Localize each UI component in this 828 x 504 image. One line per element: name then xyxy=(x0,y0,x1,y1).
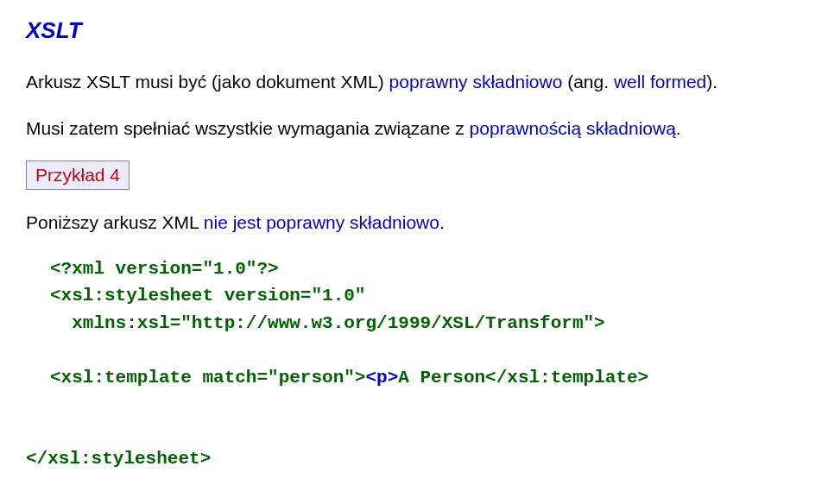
text: (ang. xyxy=(567,72,614,91)
text-highlight: poprawnością składniową xyxy=(470,118,676,138)
paragraph-2: Musi zatem spełniać wszystkie wymagania … xyxy=(26,115,802,142)
text: Poniższy arkusz XML xyxy=(26,212,204,232)
code-line: xmlns:xsl="http://www.w3.org/1999/XSL/Tr… xyxy=(72,313,605,333)
code-line: <?xml version="1.0"?> xyxy=(50,259,279,279)
text-highlight: nie jest poprawny składniowo xyxy=(204,212,439,232)
code-block: <?xml version="1.0"?> <xsl:stylesheet ve… xyxy=(26,255,802,473)
code-line: <xsl:stylesheet version="1.0" xyxy=(50,286,365,306)
code-line: </xsl:template> xyxy=(485,368,648,387)
code-line: <xsl:template match="person"> xyxy=(50,368,365,387)
text: Musi zatem spełniać wszystkie wymagania … xyxy=(26,118,470,138)
text: . xyxy=(676,118,681,138)
paragraph-1: Arkusz XSLT musi być (jako dokument XML)… xyxy=(26,68,802,96)
page-title: XSLT xyxy=(26,17,802,44)
paragraph-3: Poniższy arkusz XML nie jest poprawny sk… xyxy=(26,209,802,236)
code-line-highlight: <p> xyxy=(365,368,398,387)
code-line: A Person xyxy=(398,368,485,387)
text: ). xyxy=(706,72,717,91)
text: Arkusz XSLT musi być (jako dokument XML) xyxy=(26,72,389,91)
example-label: Przykład 4 xyxy=(26,161,130,190)
text-highlight: poprawny składniowo xyxy=(389,72,568,91)
text-highlight: well formed xyxy=(614,72,706,91)
text: . xyxy=(439,212,445,232)
code-line: </xsl:stylesheet> xyxy=(26,449,211,469)
